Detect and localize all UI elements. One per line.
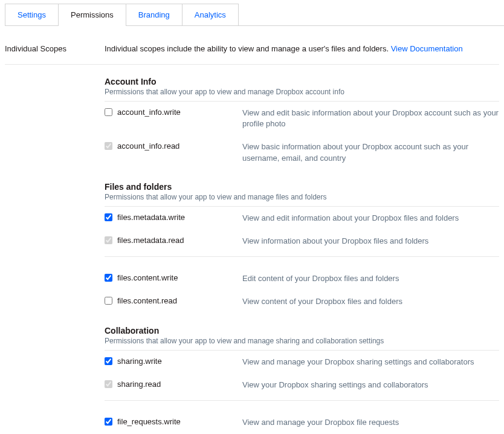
perm-name: files.metadata.read xyxy=(117,236,184,245)
perm-name: account_info.write xyxy=(117,108,181,117)
group-collaboration: Collaboration Permissions that allow you… xyxy=(105,314,499,435)
perm-row: files.content.read View content of your … xyxy=(105,290,499,313)
tab-settings[interactable]: Settings xyxy=(5,4,59,25)
perm-row: account_info.read View basic information… xyxy=(105,135,499,169)
perm-name: sharing.read xyxy=(117,380,161,389)
group-account-info: Account Info Permissions that allow your… xyxy=(105,65,499,170)
checkbox-account-info-write[interactable] xyxy=(105,108,112,116)
scopes-desc-text: Individual scopes include the ability to… xyxy=(105,44,391,53)
perm-name: files.content.read xyxy=(117,296,177,305)
scopes-header: Individual Scopes Individual scopes incl… xyxy=(5,31,499,65)
scopes-label: Individual Scopes xyxy=(5,44,105,53)
group-title: Account Info xyxy=(105,77,499,86)
perm-row: files.metadata.write View and edit infor… xyxy=(105,207,499,230)
checkbox-account-info-read xyxy=(105,142,112,150)
perm-name: files.content.write xyxy=(117,273,178,282)
checkbox-sharing-read xyxy=(105,380,112,388)
perm-row: sharing.write View and manage your Dropb… xyxy=(105,351,499,374)
perm-name: file_requests.write xyxy=(117,417,181,426)
group-title: Collaboration xyxy=(105,326,499,335)
checkbox-file-requests-write[interactable] xyxy=(105,418,112,426)
permissions-body: Account Info Permissions that allow your… xyxy=(105,65,499,434)
perm-name: files.metadata.write xyxy=(117,213,185,222)
perm-name: sharing.write xyxy=(117,357,162,366)
perm-desc: View basic information about your Dropbo… xyxy=(242,141,499,163)
perm-desc: View and edit information about your Dro… xyxy=(242,213,499,224)
checkbox-files-metadata-write[interactable] xyxy=(105,213,112,221)
perm-name: account_info.read xyxy=(117,141,179,151)
perm-desc: View and manage your Dropbox file reques… xyxy=(242,417,499,428)
divider xyxy=(105,400,499,411)
perm-row: file_requests.write View and manage your… xyxy=(105,411,499,434)
tabs: Settings Permissions Branding Analytics xyxy=(5,4,504,26)
perm-row: sharing.read View your Dropbox sharing s… xyxy=(105,374,499,397)
group-desc: Permissions that allow your app to view … xyxy=(105,88,499,102)
checkbox-sharing-write[interactable] xyxy=(105,357,112,365)
perm-row: files.metadata.read View information abo… xyxy=(105,230,499,253)
scopes-desc: Individual scopes include the ability to… xyxy=(105,44,499,53)
perm-desc: View and manage your Dropbox sharing set… xyxy=(242,357,499,368)
checkbox-files-content-read[interactable] xyxy=(105,297,112,305)
divider xyxy=(105,256,499,267)
tab-analytics[interactable]: Analytics xyxy=(182,4,239,25)
group-desc: Permissions that allow your app to view … xyxy=(105,337,499,351)
perm-desc: View your Dropbox sharing settings and c… xyxy=(242,380,499,390)
group-title: Files and folders xyxy=(105,182,499,192)
group-desc: Permissions that allow your app to view … xyxy=(105,193,499,207)
group-files-folders: Files and folders Permissions that allow… xyxy=(105,170,499,314)
view-documentation-link[interactable]: View Documentation xyxy=(391,44,463,53)
perm-desc: View and edit basic information about yo… xyxy=(242,108,499,129)
perm-desc: View content of your Dropbox files and f… xyxy=(242,296,499,307)
checkbox-files-content-write[interactable] xyxy=(105,274,112,282)
checkbox-files-metadata-read xyxy=(105,236,112,244)
content: Individual Scopes Individual scopes incl… xyxy=(0,31,504,434)
perm-row: account_info.write View and edit basic i… xyxy=(105,102,499,135)
tab-branding[interactable]: Branding xyxy=(126,4,183,25)
perm-desc: View information about your Dropbox file… xyxy=(242,236,499,247)
tab-permissions[interactable]: Permissions xyxy=(58,4,126,25)
perm-desc: Edit content of your Dropbox files and f… xyxy=(242,273,499,284)
perm-row: files.content.write Edit content of your… xyxy=(105,267,499,290)
